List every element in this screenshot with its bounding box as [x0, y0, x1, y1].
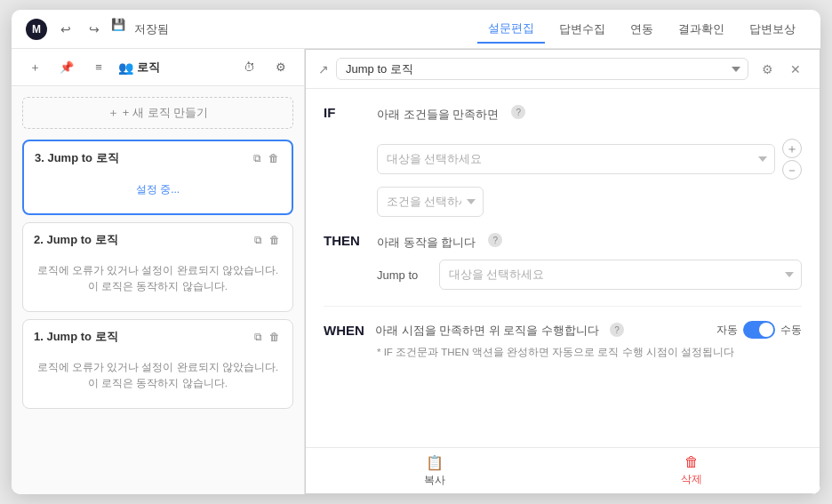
when-help-icon[interactable]: ?: [610, 323, 624, 337]
if-desc: 아래 조건들을 만족하면: [377, 105, 499, 123]
tab-result-check[interactable]: 결과확인: [668, 15, 735, 44]
add-condition-button[interactable]: ＋: [782, 139, 802, 158]
if-section-row: IF 아래 조건들을 만족하면 ?: [324, 105, 802, 123]
tab-link[interactable]: 연동: [620, 15, 664, 44]
card-1-delete[interactable]: 🗑: [268, 329, 282, 345]
card-3-copy[interactable]: ⧉: [252, 150, 263, 166]
le-gear-button[interactable]: ⚙: [756, 58, 779, 81]
logic-editor-body: IF 아래 조건들을 만족하면 ? 대상을 선택하세요 ＋: [306, 89, 820, 447]
manual-label: 수동: [780, 323, 802, 338]
copy-label: 복사: [424, 473, 445, 488]
logic-type-select[interactable]: Jump to 로직: [336, 58, 748, 80]
card-1-error1: 로직에 오류가 있거나 설정이 완료되지 않았습니다.: [34, 359, 282, 375]
timer-button[interactable]: ⏱: [236, 55, 261, 80]
card-3-actions: ⧉ 🗑: [252, 150, 281, 166]
when-keyword: WHEN: [324, 323, 368, 338]
copy-button[interactable]: 📋 복사: [403, 451, 467, 492]
card-1-body: 로직에 오류가 있거나 설정이 완료되지 않았습니다. 이 로직은 동작하지 않…: [34, 352, 282, 399]
delete-icon: 🗑: [684, 454, 699, 470]
when-area: WHEN 아래 시점을 만족하면 위 로직을 수행합니다 ? 자동 수동 * I…: [324, 306, 802, 359]
auto-label: 자동: [716, 323, 738, 338]
le-header-actions: ⚙ ✕: [756, 58, 807, 81]
remove-condition-button[interactable]: －: [782, 160, 802, 180]
logic-card-2[interactable]: 2. Jump to 로직 ⧉ 🗑 로직에 오류가 있거나 설정이 완료되지 않…: [22, 222, 293, 312]
when-header: WHEN 아래 시점을 만족하면 위 로직을 수행합니다 ? 자동 수동: [324, 321, 802, 339]
then-section-row: THEN 아래 동작을 합니다 ?: [324, 233, 802, 251]
logic-editor-header: ↗ Jump to 로직 ⚙ ✕: [306, 50, 820, 89]
condition-row-1: 대상을 선택하세요 ＋ －: [377, 139, 802, 180]
logic-editor-footer: 📋 복사 🗑 삭제: [306, 447, 820, 493]
logic-card-3[interactable]: 3. Jump to 로직 ⧉ 🗑 설정 중...: [22, 140, 293, 215]
card-3-body: 설정 중...: [35, 173, 281, 204]
card-2-copy[interactable]: ⧉: [252, 232, 264, 248]
tab-survey-edit[interactable]: 설문편집: [477, 15, 545, 44]
add-item-button[interactable]: ＋: [22, 55, 47, 80]
then-keyword: THEN: [324, 233, 368, 248]
then-row: Jump to 대상을 선택하세요: [377, 260, 802, 290]
card-1-title: 1. Jump to 로직: [34, 329, 118, 345]
card-3-setting-text: 설정 중...: [136, 183, 180, 196]
card-3-delete[interactable]: 🗑: [267, 150, 281, 166]
le-close-button[interactable]: ✕: [784, 58, 807, 81]
card-2-body: 로직에 오류가 있거나 설정이 완료되지 않았습니다. 이 로직은 동작하지 않…: [34, 255, 282, 302]
then-desc: 아래 동작을 합니다: [377, 233, 476, 251]
card-2-title: 2. Jump to 로직: [34, 232, 118, 248]
target-select[interactable]: 대상을 선택하세요: [377, 144, 775, 174]
jump-to-label: Jump to: [377, 268, 430, 282]
logic-editor-overlay: ↗ Jump to 로직 ⚙ ✕ IF: [305, 49, 820, 494]
save-status: 저장됨: [134, 18, 169, 41]
logic-label: 👥 로직: [118, 60, 160, 76]
top-nav: 설문편집 답변수집 연동 결과확인 답변보상: [477, 15, 806, 44]
if-keyword: IF: [324, 105, 368, 120]
tab-answer-collect[interactable]: 답변수집: [548, 15, 616, 44]
left-toolbar: ＋ 📌 ≡ 👥 로직 ⏱ ⚙: [12, 49, 304, 86]
new-logic-button[interactable]: ＋ + 새 로직 만들기: [22, 97, 293, 129]
when-note: * IF 조건문과 THEN 액션을 완성하면 자동으로 로직 수행 시점이 설…: [377, 346, 802, 359]
jump-to-select[interactable]: 대상을 선택하세요: [439, 260, 802, 290]
list-button[interactable]: ≡: [86, 55, 111, 80]
delete-button[interactable]: 🗑 삭제: [660, 451, 724, 491]
condition-row-2: 조건을 선택하세요: [377, 187, 802, 217]
card-2-actions: ⧉ 🗑: [252, 232, 282, 248]
right-panel: ＋ 📋 🖼 소개글 ◀ 1 ▶ ⏭ 맞춤말(1) ↗: [305, 49, 820, 494]
content-area: ＋ 📌 ≡ 👥 로직 ⏱ ⚙ ＋ + 새 로직 만들기 3. Jum: [12, 49, 820, 494]
logic-card-1[interactable]: 1. Jump to 로직 ⧉ 🗑 로직에 오류가 있거나 설정이 완료되지 않…: [22, 319, 293, 409]
settings-button[interactable]: ⚙: [268, 55, 293, 80]
then-help-icon[interactable]: ?: [488, 233, 502, 247]
copy-icon: 📋: [426, 454, 444, 471]
if-help-icon[interactable]: ?: [511, 105, 525, 119]
card-1-copy[interactable]: ⧉: [252, 329, 264, 345]
card-3-title: 3. Jump to 로직: [35, 150, 119, 166]
condition-area: 대상을 선택하세요 ＋ － 조건을 선택하세요: [377, 139, 802, 217]
tab-answer-report[interactable]: 답변보상: [739, 15, 806, 44]
left-panel: ＋ 📌 ≡ 👥 로직 ⏱ ⚙ ＋ + 새 로직 만들기 3. Jum: [12, 49, 305, 494]
pin-button[interactable]: 📌: [54, 55, 79, 80]
when-desc: 아래 시점을 만족하면 위 로직을 수행합니다: [375, 321, 599, 339]
card-3-header: 3. Jump to 로직 ⧉ 🗑: [35, 150, 281, 166]
titlebar-actions: ↩ ↪ 💾 저장됨: [54, 18, 169, 41]
delete-label: 삭제: [681, 472, 702, 487]
condition-select[interactable]: 조건을 선택하세요: [377, 187, 484, 217]
logic-editor: ↗ Jump to 로직 ⚙ ✕ IF: [305, 49, 820, 494]
app-logo: M: [26, 19, 47, 40]
card-2-delete[interactable]: 🗑: [268, 232, 282, 248]
card-1-header: 1. Jump to 로직 ⧉ 🗑: [34, 329, 282, 345]
logic-type-icon: ↗: [318, 62, 329, 76]
add-remove-btns: ＋ －: [782, 139, 802, 180]
titlebar: M ↩ ↪ 💾 저장됨 설문편집 답변수집 연동 결과확인 답변보상: [12, 10, 820, 49]
card-2-error1: 로직에 오류가 있거나 설정이 완료되지 않았습니다.: [34, 262, 282, 278]
redo-button[interactable]: ↪: [83, 18, 106, 41]
card-1-error2: 이 로직은 동작하지 않습니다.: [34, 375, 282, 391]
then-area: Jump to 대상을 선택하세요: [377, 260, 802, 290]
plus-icon: ＋: [108, 105, 119, 121]
auto-manual-toggle[interactable]: [743, 321, 775, 339]
undo-button[interactable]: ↩: [54, 18, 77, 41]
main-window: M ↩ ↪ 💾 저장됨 설문편집 답변수집 연동 결과확인 답변보상 ＋ 📌 ≡: [12, 10, 820, 494]
card-2-header: 2. Jump to 로직 ⧉ 🗑: [34, 232, 282, 248]
card-1-actions: ⧉ 🗑: [252, 329, 282, 345]
logic-list: ＋ + 새 로직 만들기 3. Jump to 로직 ⧉ 🗑 설정 중...: [12, 86, 304, 494]
card-2-error2: 이 로직은 동작하지 않습니다.: [34, 278, 282, 294]
when-right: 자동 수동: [716, 321, 802, 339]
